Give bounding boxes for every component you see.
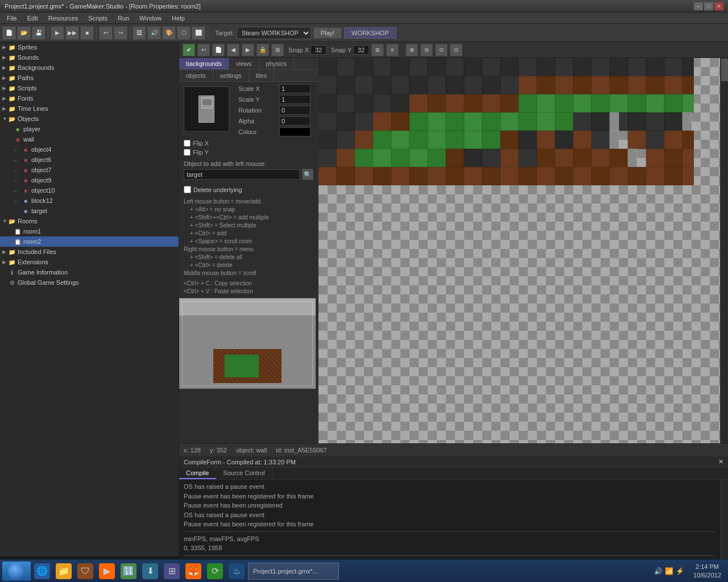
menu-resources[interactable]: Resources (44, 14, 83, 23)
taskbar-clock[interactable]: 2:14 PM 10/6/2012 (689, 563, 726, 579)
flip-x-checkbox[interactable] (184, 140, 191, 147)
redo-btn[interactable]: ↪ (114, 26, 127, 40)
snap-y-input[interactable] (353, 45, 369, 55)
close-btn[interactable]: ✕ (714, 2, 723, 10)
taskbar-security-btn[interactable]: 🛡 (75, 562, 96, 581)
tree-item-target[interactable]: ■ target (0, 206, 179, 216)
play-btn-toolbar[interactable]: ▶ (51, 26, 64, 40)
bg-btn[interactable]: 🎨 (162, 26, 176, 40)
room-prev-btn[interactable]: ◀ (227, 44, 239, 56)
taskbar-ie-btn[interactable]: 🌐 (32, 562, 52, 581)
flip-y-checkbox[interactable] (184, 149, 191, 156)
taskbar-explorer-btn[interactable]: 📁 (53, 562, 74, 581)
tree-item-wall[interactable]: ■ wall (0, 134, 179, 144)
object-browse-btn[interactable]: 🔍 (302, 169, 313, 180)
tree-item-paths[interactable]: ▶ 📁 Paths (0, 73, 179, 83)
window-controls[interactable]: ─ □ ✕ (694, 2, 723, 10)
tree-item-room1[interactable]: 📋 room1 (0, 226, 179, 236)
grid-options-btn[interactable]: ✕ (386, 44, 399, 56)
tree-item-object4[interactable]: – ■ object4 (0, 144, 179, 155)
menu-window[interactable]: Window (135, 14, 166, 23)
rotation-input[interactable] (279, 106, 311, 115)
workshop-button[interactable]: WORKSHOP (344, 27, 396, 39)
zoom-fit-btn[interactable]: ⊙ (450, 44, 462, 56)
menu-edit[interactable]: Edit (23, 14, 43, 23)
snap-x-input[interactable] (311, 45, 326, 55)
new-btn[interactable]: 📄 (2, 26, 16, 40)
taskbar-steam-btn[interactable]: ♨ (226, 562, 247, 581)
room-undo-btn[interactable]: ↩ (197, 44, 210, 56)
menu-help[interactable]: Help (167, 14, 189, 23)
scale-y-input[interactable] (279, 95, 311, 104)
compile-close-btn[interactable]: ✕ (718, 458, 723, 465)
room-magnet-btn[interactable]: ⊞ (271, 44, 284, 56)
tree-item-rooms[interactable]: ▼ 📂 Rooms (0, 216, 179, 226)
room-next-btn[interactable]: ▶ (242, 44, 254, 56)
tree-item-sprites[interactable]: ▶ 📁 Sprites (0, 42, 179, 52)
play-button[interactable]: Play! (313, 27, 342, 39)
zoom-out-btn[interactable]: ⊖ (420, 44, 433, 56)
tree-item-game-info[interactable]: ℹ Game Information (0, 267, 179, 277)
tree-item-object6[interactable]: – ■ object6 (0, 155, 179, 165)
tab-objects[interactable]: objects (179, 70, 213, 81)
tree-item-object10[interactable]: – ■ object10 (0, 185, 179, 196)
target-select[interactable]: Steam WORKSHOP (237, 27, 311, 39)
taskbar-calc-btn[interactable]: 🔢 (118, 562, 139, 581)
menu-file[interactable]: File (2, 14, 22, 23)
tree-item-room2[interactable]: 📋 room2 (0, 236, 179, 247)
maximize-btn[interactable]: □ (704, 2, 713, 10)
compile-scrollbar[interactable] (720, 480, 728, 569)
tab-physics[interactable]: physics (259, 58, 295, 69)
room-btn[interactable]: ⬜ (192, 26, 205, 40)
scale-x-input[interactable] (279, 84, 311, 93)
taskbar-download-btn[interactable]: ⬇ (140, 562, 160, 581)
grid-toggle-btn[interactable]: ⊞ (371, 44, 384, 56)
taskbar-app3-btn[interactable]: ⊞ (162, 562, 182, 581)
room-ok-btn[interactable]: ✔ (183, 44, 195, 56)
tree-item-sounds[interactable]: ▶ 📁 Sounds (0, 52, 179, 63)
sprite-btn[interactable]: 🖼 (133, 26, 146, 40)
taskbar-gm-app[interactable]: Project1.project.gmx*... (248, 563, 339, 580)
tree-item-backgrounds[interactable]: ▶ 📁 Backgrounds (0, 63, 179, 73)
tab-views[interactable]: views (229, 58, 259, 69)
tree-item-included-files[interactable]: ▶ 📁 Included Files (0, 247, 179, 257)
tree-item-global-settings[interactable]: ⚙ Global Game Settings (0, 277, 179, 288)
object-name-input[interactable] (184, 169, 300, 180)
colour-picker[interactable] (279, 127, 311, 136)
debug-btn[interactable]: ▶▶ (65, 26, 79, 40)
tree-item-object7[interactable]: – ■ object7 (0, 165, 179, 175)
menu-run[interactable]: Run (113, 14, 134, 23)
tree-item-object9[interactable]: – ■ object9 (0, 175, 179, 185)
taskbar-vlc-btn[interactable]: ▶ (97, 562, 117, 581)
tab-tiles[interactable]: tiles (249, 70, 275, 81)
alpha-input[interactable] (279, 117, 311, 126)
zoom-in-btn[interactable]: ⊕ (406, 44, 418, 56)
open-btn[interactable]: 📂 (17, 26, 31, 40)
minimize-btn[interactable]: ─ (694, 2, 703, 10)
room-lock-btn[interactable]: 🔒 (257, 44, 269, 56)
start-button[interactable] (2, 562, 31, 581)
tab-backgrounds[interactable]: backgrounds (179, 58, 229, 69)
room-canvas-area[interactable]: /* dynamic tiles */ (318, 58, 728, 443)
room-new-bg-btn[interactable]: 📄 (212, 44, 225, 56)
delete-underlying-checkbox[interactable] (184, 186, 191, 193)
taskbar-firefox-btn[interactable]: 🦊 (183, 562, 204, 581)
zoom-reset-btn[interactable]: ⊙ (435, 44, 448, 56)
tree-item-scripts[interactable]: ▶ 📁 Scripts (0, 83, 179, 93)
tree-item-player[interactable]: ■ player (0, 124, 179, 134)
canvas-scrollbar-v[interactable] (720, 58, 728, 443)
save-btn[interactable]: 💾 (32, 26, 46, 40)
room-canvas[interactable]: /* dynamic tiles */ (318, 58, 728, 443)
menu-scripts[interactable]: Scripts (84, 14, 112, 23)
obj-btn[interactable]: ⬡ (177, 26, 191, 40)
tree-item-fonts[interactable]: ▶ 📁 Fonts (0, 93, 179, 103)
taskbar-update-btn[interactable]: ⟳ (205, 562, 225, 581)
sound-btn[interactable]: 🔊 (147, 26, 161, 40)
compile-tab-source[interactable]: Source Control (216, 468, 272, 479)
tree-item-block12[interactable]: – ■ block12 (0, 196, 179, 206)
compile-tab-compile[interactable]: Compile (179, 468, 216, 479)
tree-item-objects[interactable]: ▼ 📂 Objects (0, 114, 179, 124)
undo-btn[interactable]: ↩ (99, 26, 113, 40)
tab-settings[interactable]: settings (213, 70, 249, 81)
tree-item-extensions[interactable]: ▶ 📁 Extensions (0, 257, 179, 267)
